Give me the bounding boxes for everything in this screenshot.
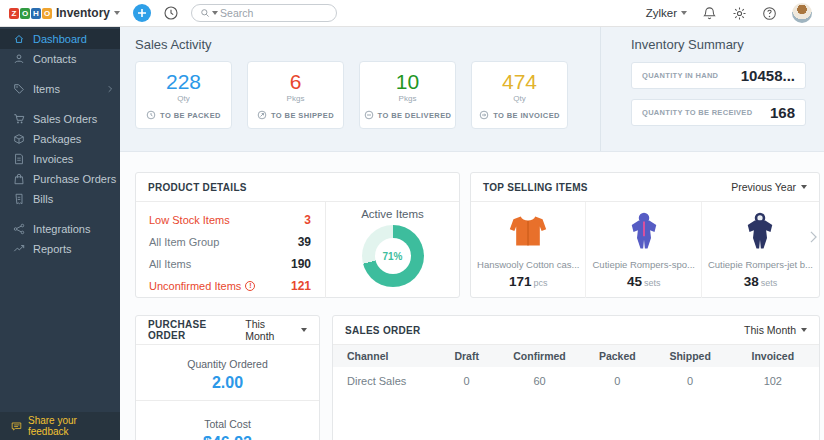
shipped-label: TO BE SHIPPED bbox=[271, 111, 334, 120]
top-selling-item-1[interactable]: Hanswooly Cotton cas... 171pcs bbox=[471, 202, 586, 298]
sidebar-item-bills[interactable]: Bills bbox=[0, 189, 120, 209]
packed-value: 228 bbox=[136, 71, 231, 92]
sales-order-card: SALES ORDER This Month Channel Draft Con… bbox=[332, 315, 820, 440]
top-selling-item-name: Cutiepie Rompers-spo... bbox=[586, 259, 700, 270]
packed-unit: Qty bbox=[136, 94, 231, 103]
user-avatar[interactable] bbox=[792, 3, 812, 23]
cardigan-product-image bbox=[506, 211, 550, 251]
top-selling-item-2[interactable]: Cutiepie Rompers-spo... 45sets bbox=[586, 202, 701, 298]
to-be-delivered-icon bbox=[364, 110, 374, 120]
sidebar-item-integrations[interactable]: Integrations bbox=[0, 219, 120, 239]
cell-packed: 0 bbox=[581, 367, 654, 394]
zoho-logo-tile: Z bbox=[9, 8, 19, 19]
unconfirmed-items-link[interactable]: Unconfirmed Items ! bbox=[149, 280, 255, 292]
top-selling-item-unit: sets bbox=[644, 278, 661, 288]
quantity-to-be-received-row[interactable]: QUANTITY TO BE RECEIVED 168 bbox=[631, 99, 806, 126]
sales-order-header-row: Channel Draft Confirmed Packed Shipped I… bbox=[333, 345, 819, 367]
sales-activity-title: Sales Activity bbox=[135, 37, 600, 52]
chevron-down-icon bbox=[114, 11, 120, 15]
top-selling-items-card: TOP SELLING ITEMS Previous Year Hanswool… bbox=[470, 172, 820, 298]
bill-receipt-icon bbox=[13, 193, 25, 205]
sales-order-period-dropdown[interactable]: This Month bbox=[744, 324, 807, 336]
column-header-confirmed: Confirmed bbox=[498, 345, 581, 367]
all-item-group-link[interactable]: All Item Group bbox=[149, 236, 219, 248]
table-row-direct-sales[interactable]: Direct Sales 0 60 0 0 102 bbox=[333, 367, 819, 394]
quantity-in-hand-label: QUANTITY IN HAND bbox=[642, 71, 718, 80]
cart-icon bbox=[13, 113, 25, 125]
sidebar-divider bbox=[0, 209, 120, 219]
sidebar-item-label: Integrations bbox=[33, 223, 90, 235]
to-be-packed-icon bbox=[146, 110, 156, 120]
sidebar-item-items[interactable]: Items bbox=[0, 79, 120, 99]
to-be-packed-card[interactable]: 228 Qty TO BE PACKED bbox=[135, 61, 232, 129]
search-box[interactable] bbox=[191, 4, 337, 22]
sales-activity-panel: Sales Activity 228 Qty TO BE PACKED 6 Pk… bbox=[120, 27, 600, 151]
shipped-unit: Pkgs bbox=[248, 94, 343, 103]
recent-activity-button[interactable] bbox=[163, 5, 179, 21]
column-header-packed: Packed bbox=[581, 345, 654, 367]
sidebar-item-reports[interactable]: Reports bbox=[0, 239, 120, 259]
carousel-next-icon[interactable] bbox=[810, 231, 817, 243]
sales-order-title: SALES ORDER bbox=[345, 325, 421, 336]
top-selling-item-qty: 171 bbox=[509, 274, 532, 289]
feedback-label: Share your feedback bbox=[28, 415, 120, 437]
sidebar-item-label: Purchase Orders bbox=[33, 173, 116, 185]
to-be-invoiced-icon bbox=[479, 110, 489, 120]
sidebar-item-dashboard[interactable]: Dashboard bbox=[0, 29, 120, 49]
org-selector[interactable]: Zylker bbox=[646, 7, 687, 19]
settings-gear-icon[interactable] bbox=[732, 6, 747, 21]
feedback-speech-icon bbox=[11, 421, 22, 432]
sidebar-item-invoices[interactable]: Invoices bbox=[0, 149, 120, 169]
sidebar-nav: Dashboard Contacts Items Sales Orders Pa… bbox=[0, 27, 120, 412]
top-selling-item-qty: 45 bbox=[627, 274, 642, 289]
purchase-order-period-dropdown[interactable]: This Month bbox=[245, 318, 307, 342]
sidebar-item-sales-orders[interactable]: Sales Orders bbox=[0, 109, 120, 129]
all-items-link[interactable]: All Items bbox=[149, 258, 191, 270]
org-name: Zylker bbox=[646, 7, 677, 19]
low-stock-items-link[interactable]: Low Stock Items bbox=[149, 214, 230, 226]
to-be-delivered-card[interactable]: 10 Pkgs TO BE DELIVERED bbox=[359, 61, 456, 129]
search-scope-caret-icon[interactable] bbox=[212, 11, 218, 15]
delivered-unit: Pkgs bbox=[360, 94, 455, 103]
invoiced-value: 474 bbox=[472, 71, 567, 92]
quick-add-button[interactable] bbox=[133, 4, 151, 22]
sidebar-item-purchase-orders[interactable]: Purchase Orders bbox=[0, 169, 120, 189]
purchase-order-card: PURCHASE ORDER This Month Quantity Order… bbox=[135, 315, 320, 440]
help-icon[interactable] bbox=[762, 6, 777, 21]
chevron-right-icon bbox=[108, 85, 113, 93]
sidebar-item-packages[interactable]: Packages bbox=[0, 129, 120, 149]
sidebar-item-label: Dashboard bbox=[33, 33, 87, 45]
to-be-shipped-card[interactable]: 6 Pkgs TO BE SHIPPED bbox=[247, 61, 344, 129]
to-be-invoiced-card[interactable]: 474 Qty TO BE INVOICED bbox=[471, 61, 568, 129]
top-selling-items-title: TOP SELLING ITEMS bbox=[483, 182, 588, 193]
top-selling-item-unit: sets bbox=[761, 278, 778, 288]
product-name: Inventory bbox=[56, 6, 110, 20]
shopping-bag-icon bbox=[13, 173, 25, 185]
top-selling-item-name: Hanswooly Cotton cas... bbox=[471, 259, 585, 270]
delivered-value: 10 bbox=[360, 71, 455, 92]
quantity-to-be-received-value: 168 bbox=[770, 104, 795, 121]
search-input[interactable] bbox=[220, 7, 328, 19]
topbar: Z O H O Inventory Zylker bbox=[0, 0, 824, 27]
app-logo[interactable]: Z O H O Inventory bbox=[0, 6, 120, 20]
purchase-order-title: PURCHASE ORDER bbox=[148, 319, 245, 341]
sidebar: Dashboard Contacts Items Sales Orders Pa… bbox=[0, 27, 120, 440]
all-items-value: 190 bbox=[291, 257, 311, 271]
column-header-draft: Draft bbox=[435, 345, 498, 367]
feedback-link[interactable]: Share your feedback bbox=[0, 412, 120, 440]
quantity-in-hand-row[interactable]: QUANTITY IN HAND 10458... bbox=[631, 62, 806, 89]
inventory-summary-panel: Inventory Summary QUANTITY IN HAND 10458… bbox=[600, 27, 824, 151]
notifications-bell-icon[interactable] bbox=[702, 6, 717, 21]
active-items-donut-chart: 71% bbox=[362, 225, 424, 287]
top-band: Sales Activity 228 Qty TO BE PACKED 6 Pk… bbox=[120, 27, 824, 152]
sidebar-item-contacts[interactable]: Contacts bbox=[0, 49, 120, 69]
invoice-document-icon bbox=[13, 153, 25, 165]
zoho-logo-tile: O bbox=[20, 8, 30, 19]
quantity-ordered-value: 2.00 bbox=[136, 374, 319, 392]
sidebar-item-label: Packages bbox=[33, 133, 81, 145]
total-cost-label: Total Cost bbox=[136, 418, 319, 430]
top-selling-item-unit: pcs bbox=[533, 278, 547, 288]
zoho-logo-tile: H bbox=[31, 8, 41, 19]
top-selling-period-dropdown[interactable]: Previous Year bbox=[731, 181, 807, 193]
top-selling-item-3[interactable]: Cutiepie Rompers-jet b... 38sets bbox=[702, 202, 819, 298]
